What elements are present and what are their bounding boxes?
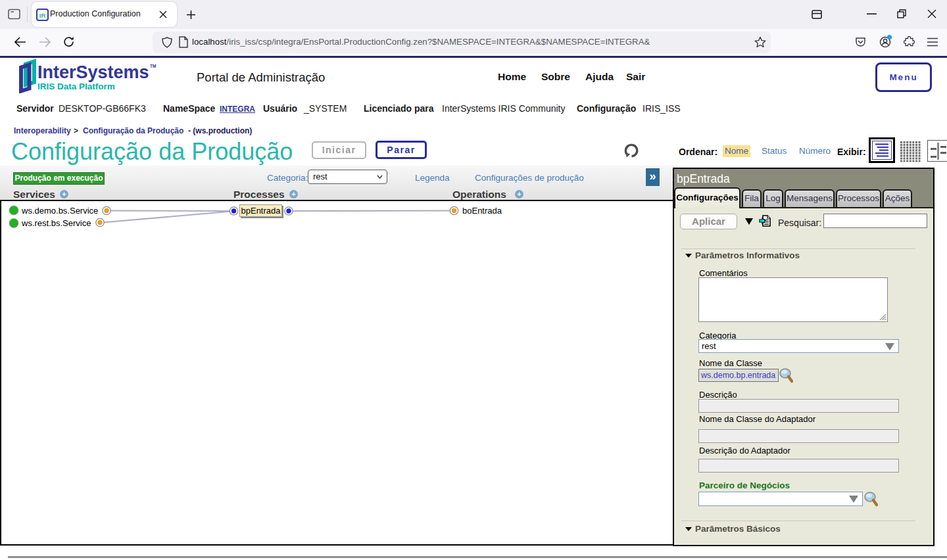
svg-text:TM: TM (150, 64, 156, 68)
svg-text:IR: IR (39, 12, 46, 19)
svg-text:InterSystems: InterSystems (37, 62, 149, 82)
svg-text:IRIS Data Platform: IRIS Data Platform (37, 82, 115, 91)
